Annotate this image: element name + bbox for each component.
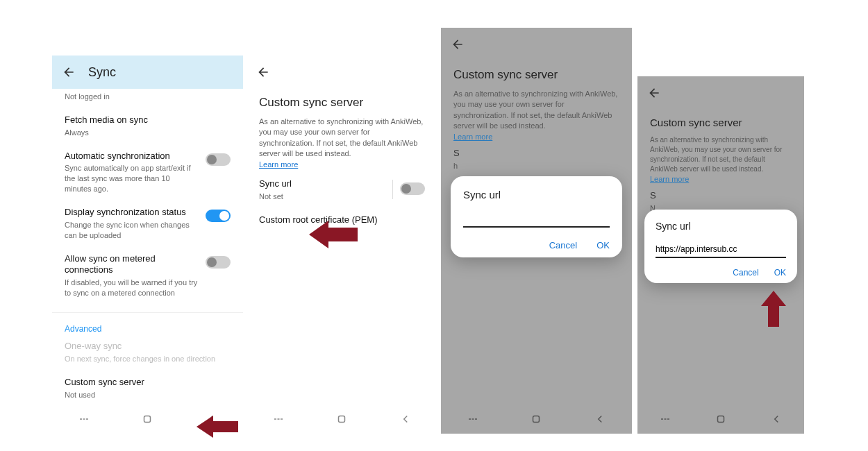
page-title: Custom sync server [247, 89, 437, 112]
svg-rect-3 [144, 416, 151, 423]
svg-marker-4 [197, 416, 238, 438]
metered-toggle[interactable] [206, 256, 231, 269]
custom-sync-server-row[interactable]: Custom sync server Not used [52, 373, 243, 409]
annotation-arrow-icon [309, 219, 358, 250]
background-row: S h [441, 146, 632, 180]
page-title: Custom sync server [637, 110, 804, 131]
page-description: As an alternative to synchronizing with … [637, 131, 804, 189]
one-way-sync-row[interactable]: One-way sync On next sync, force changes… [52, 337, 243, 373]
auto-sync-toggle[interactable] [206, 153, 231, 166]
page-title: Sync [88, 65, 116, 80]
topbar [247, 56, 437, 89]
page-title: Custom sync server [441, 61, 632, 85]
annotation-arrow-icon [197, 413, 238, 441]
svg-rect-13 [533, 416, 540, 423]
divider [52, 312, 243, 313]
back-arrow-icon[interactable] [62, 65, 76, 79]
learn-more-link[interactable]: Learn more [650, 175, 689, 183]
android-back-icon[interactable] [770, 413, 783, 428]
display-status-row[interactable]: Display synchronization status Change th… [52, 203, 243, 249]
back-arrow-icon[interactable] [451, 37, 465, 51]
svg-rect-8 [339, 416, 345, 423]
recent-apps-icon[interactable] [272, 413, 285, 428]
topbar: Sync [52, 56, 243, 89]
back-arrow-icon[interactable] [647, 86, 661, 100]
fetch-media-row[interactable]: Fetch media on sync Always [52, 110, 243, 146]
dialog-title: Sync url [656, 221, 786, 232]
svg-rect-17 [718, 416, 724, 423]
cancel-button[interactable]: Cancel [549, 240, 577, 250]
learn-more-link[interactable]: Learn more [453, 133, 492, 141]
android-navbar [637, 407, 804, 434]
svg-marker-9 [309, 221, 358, 248]
sync-url-input[interactable] [656, 241, 786, 258]
advanced-header: Advanced [52, 318, 243, 337]
sync-url-input[interactable] [463, 210, 610, 228]
sync-url-toggle[interactable] [400, 182, 425, 195]
phone-1-sync-settings: Sync Not logged in Fetch media on sync A… [52, 56, 243, 434]
home-icon[interactable] [335, 413, 348, 428]
annotation-arrow-icon [760, 291, 787, 327]
sync-url-dialog: Sync url Cancel OK [644, 210, 797, 283]
dialog-title: Sync url [463, 189, 610, 201]
not-logged-in-row: Not logged in [52, 89, 243, 110]
back-arrow-icon[interactable] [256, 65, 270, 79]
phone-4-sync-url-dialog-filled: Custom sync server As an alternative to … [637, 76, 804, 434]
page-description: As an alternative to synchronizing with … [441, 85, 632, 146]
android-back-icon[interactable] [594, 413, 606, 428]
auto-sync-row[interactable]: Automatic synchronization Sync automatic… [52, 146, 243, 203]
home-icon[interactable] [530, 413, 542, 428]
recent-apps-icon[interactable] [78, 413, 90, 428]
ok-button[interactable]: OK [596, 240, 610, 250]
page-description: As an alternative to synchronizing with … [247, 112, 437, 174]
phone-3-sync-url-dialog-empty: Custom sync server As an alternative to … [441, 28, 632, 434]
android-back-icon[interactable] [399, 413, 412, 428]
sync-url-row[interactable]: Sync url Not set [247, 174, 437, 210]
cancel-button[interactable]: Cancel [733, 268, 758, 278]
topbar [637, 76, 804, 110]
home-icon[interactable] [141, 413, 153, 428]
home-icon[interactable] [715, 413, 727, 428]
sync-url-dialog: Sync url Cancel OK [451, 176, 622, 257]
recent-apps-icon[interactable] [659, 413, 671, 428]
android-navbar [441, 407, 632, 434]
display-status-toggle[interactable] [206, 210, 231, 222]
learn-more-link[interactable]: Learn more [259, 160, 298, 169]
android-navbar [247, 407, 437, 434]
ok-button[interactable]: OK [774, 268, 786, 278]
topbar [441, 28, 632, 61]
metered-row[interactable]: Allow sync on metered connections If dis… [52, 249, 243, 307]
svg-marker-18 [761, 291, 786, 327]
recent-apps-icon[interactable] [467, 413, 479, 428]
